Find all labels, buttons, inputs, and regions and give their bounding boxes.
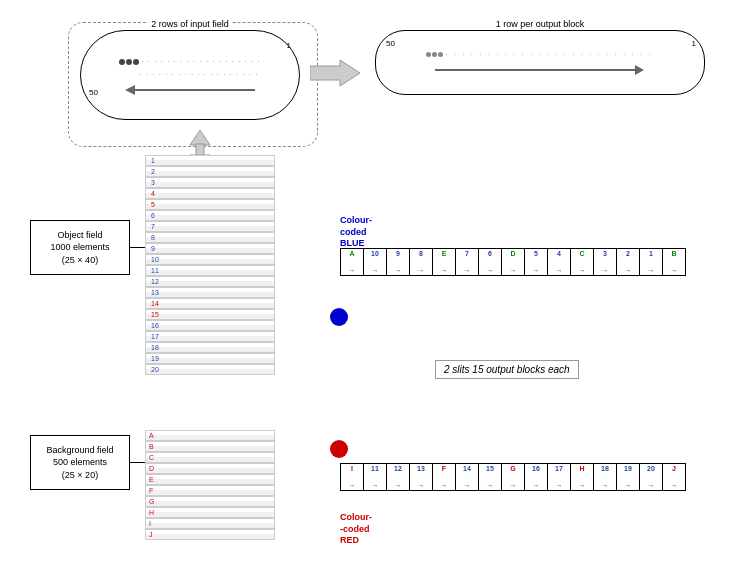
oval-row-1: · · · · · · · · · · · · · · · · · · · — [119, 57, 260, 66]
arrow-body — [135, 89, 255, 91]
striped-row-2: 2 — [145, 166, 275, 177]
row-num: 19 — [151, 355, 159, 362]
row-num: 4 — [151, 190, 155, 197]
block-arrow: → — [395, 267, 402, 274]
row-num: 16 — [151, 322, 159, 329]
row-letter: C — [149, 454, 154, 461]
block-label: 11 — [371, 465, 379, 472]
block-arrow: → — [487, 482, 494, 489]
output-block-12: 12 → — [386, 463, 410, 491]
block-label: H — [579, 465, 584, 472]
block-label: 13 — [417, 465, 425, 472]
block-arrow: → — [441, 482, 448, 489]
output-block-F: F → — [432, 463, 456, 491]
striped-row-19: 19 — [145, 353, 275, 364]
striped-row-G: G — [145, 496, 275, 507]
row-letter: B — [149, 443, 154, 450]
output-oval-num-left: 50 — [386, 39, 395, 48]
block-label: 19 — [624, 465, 632, 472]
object-field-label1: Object field — [57, 229, 102, 242]
row-num: 15 — [151, 311, 159, 318]
object-field-label2: 1000 elements — [50, 241, 109, 254]
block-label: 18 — [601, 465, 609, 472]
block-label: 6 — [488, 250, 492, 257]
output-block-1: 1 → — [639, 248, 663, 276]
svg-marker-1 — [190, 130, 210, 145]
row-num: 10 — [151, 256, 159, 263]
output-block-9: 9 → — [386, 248, 410, 276]
row-num: 2 — [151, 168, 155, 175]
block-label: 2 — [626, 250, 630, 257]
striped-row-20: 20 — [145, 364, 275, 375]
row-letter: F — [149, 487, 153, 494]
block-arrow: → — [418, 267, 425, 274]
striped-row-9: 9 — [145, 243, 275, 254]
block-label: F — [442, 465, 446, 472]
output-block-17: 17 → — [547, 463, 571, 491]
output-block-10: 10 → — [363, 248, 387, 276]
dot — [119, 59, 125, 65]
block-arrow: → — [625, 482, 632, 489]
colour-label-1: Colour- — [340, 215, 372, 225]
striped-row-5: 5 — [145, 199, 275, 210]
output-block-11: 11 → — [363, 463, 387, 491]
striped-field-object: 1 2 3 4 5 6 7 8 9 10 11 12 13 14 15 16 1… — [145, 155, 275, 375]
output-block-G: G → — [501, 463, 525, 491]
row-letter: D — [149, 465, 154, 472]
output-oval: 1 row per output block 50 1 · · · · · · … — [375, 30, 705, 95]
block-arrow: → — [556, 482, 563, 489]
output-block-A: A → — [340, 248, 364, 276]
colour-red-3: RED — [340, 535, 359, 545]
output-block-7: 7 → — [455, 248, 479, 276]
row-num: 12 — [151, 278, 159, 285]
input-oval-label: 2 rows of input field — [148, 19, 232, 29]
oval-row-2: 50 · · · · · · · · · · · · · · · · · · · — [121, 70, 258, 79]
striped-row-13: 13 — [145, 287, 275, 298]
oval-num-left: 50 — [89, 88, 98, 97]
block-arrow: → — [487, 267, 494, 274]
object-field-label3: (25 × 40) — [62, 254, 98, 267]
row-letter: G — [149, 498, 154, 505]
output-dots-row: · · · · · · · · · · · · · · · · · · · · … — [426, 50, 655, 59]
row-letter: E — [149, 476, 154, 483]
striped-row-14: 14 — [145, 298, 275, 309]
output-block-4: 4 → — [547, 248, 571, 276]
block-label: G — [510, 465, 515, 472]
row-num: 14 — [151, 300, 159, 307]
row-num: 1 — [151, 157, 155, 164]
block-label: 14 — [463, 465, 471, 472]
output-block-C: C → — [570, 248, 594, 276]
striped-field-background: A B C D E F G H I J — [145, 430, 275, 540]
row-num: 7 — [151, 223, 155, 230]
block-arrow: → — [602, 482, 609, 489]
striped-row-12: 12 — [145, 276, 275, 287]
striped-row-F: F — [145, 485, 275, 496]
row-num: 18 — [151, 344, 159, 351]
row-num: 17 — [151, 333, 159, 340]
block-arrow: → — [464, 482, 471, 489]
output-oval-label: 1 row per output block — [493, 19, 588, 29]
striped-row-3: 3 — [145, 177, 275, 188]
object-field-box: Object field 1000 elements (25 × 40) — [30, 220, 130, 275]
block-label: 15 — [486, 465, 494, 472]
block-arrow: → — [625, 267, 632, 274]
row-num: 5 — [151, 201, 155, 208]
block-arrow: → — [349, 482, 356, 489]
bg-field-label1: Background field — [46, 444, 113, 457]
block-arrow: → — [671, 482, 678, 489]
dot — [432, 52, 437, 57]
block-label: 9 — [396, 250, 400, 257]
block-label: 7 — [465, 250, 469, 257]
bg-field-label2: 500 elements — [53, 456, 107, 469]
red-dot — [330, 440, 348, 458]
output-block-H: H → — [570, 463, 594, 491]
red-output-blocks: I → 11 → 12 → 13 → F → 14 → 15 → G → — [340, 463, 685, 491]
striped-row-D: D — [145, 463, 275, 474]
block-arrow: → — [579, 482, 586, 489]
row-num: 9 — [151, 245, 155, 252]
block-label: 16 — [532, 465, 540, 472]
oval-num-right: 1 — [287, 41, 291, 50]
output-block-20: 20 → — [639, 463, 663, 491]
output-oval-content: · · · · · · · · · · · · · · · · · · · · … — [426, 50, 655, 75]
output-block-E: E → — [432, 248, 456, 276]
